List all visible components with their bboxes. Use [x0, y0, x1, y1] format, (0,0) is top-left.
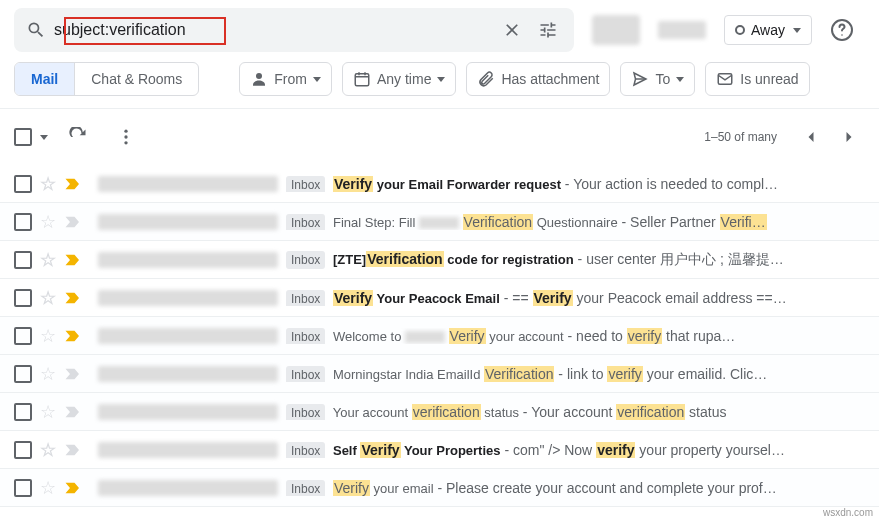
- sender-name: [98, 252, 278, 268]
- star-icon[interactable]: ☆: [40, 211, 56, 233]
- importance-marker[interactable]: [64, 367, 82, 381]
- email-row[interactable]: ☆Inbox Verify your email - Please create…: [0, 469, 879, 507]
- search-bar[interactable]: [14, 8, 574, 52]
- subject-line: Inbox Self Verify Your Properties - com"…: [286, 442, 865, 458]
- row-checkbox[interactable]: [14, 327, 32, 345]
- inbox-label: Inbox: [286, 404, 325, 420]
- svg-point-5: [124, 130, 127, 133]
- svg-rect-3: [355, 74, 369, 86]
- star-icon[interactable]: ☆: [40, 401, 56, 423]
- row-checkbox[interactable]: [14, 403, 32, 421]
- sender-name: [98, 214, 278, 230]
- tune-icon: [538, 20, 558, 40]
- row-checkbox[interactable]: [14, 213, 32, 231]
- svg-point-7: [124, 141, 127, 144]
- row-checkbox[interactable]: [14, 175, 32, 193]
- importance-marker[interactable]: [64, 291, 82, 305]
- filter-attachment[interactable]: Has attachment: [466, 62, 610, 96]
- star-icon[interactable]: ☆: [40, 173, 56, 195]
- email-row[interactable]: ☆Inbox Verify Your Peacock Email - == Ve…: [0, 279, 879, 317]
- star-icon[interactable]: ☆: [40, 477, 56, 499]
- send-icon: [631, 70, 649, 88]
- email-row[interactable]: ☆Inbox Verify your Email Forwarder reque…: [0, 165, 879, 203]
- row-checkbox[interactable]: [14, 251, 32, 269]
- filter-from[interactable]: From: [239, 62, 332, 96]
- more-button[interactable]: [108, 119, 144, 155]
- importance-marker[interactable]: [64, 405, 82, 419]
- filter-anytime[interactable]: Any time: [342, 62, 456, 96]
- chevron-down-icon: [313, 77, 321, 82]
- refresh-button[interactable]: [60, 119, 96, 155]
- mail-icon: [716, 70, 734, 88]
- filter-to[interactable]: To: [620, 62, 695, 96]
- search-icon: [26, 20, 46, 40]
- tab-chat-rooms[interactable]: Chat & Rooms: [75, 63, 198, 95]
- svg-point-6: [124, 135, 127, 138]
- pagination-text: 1–50 of many: [704, 130, 777, 144]
- account-name: [658, 21, 706, 39]
- prev-page-button[interactable]: [795, 121, 827, 153]
- person-icon: [250, 70, 268, 88]
- inbox-label: Inbox: [286, 214, 325, 230]
- inbox-label: Inbox: [286, 442, 325, 458]
- close-icon: [502, 20, 522, 40]
- inbox-label: Inbox: [286, 366, 325, 382]
- search-input[interactable]: [54, 21, 494, 39]
- star-icon[interactable]: ☆: [40, 439, 56, 461]
- subject-line: Inbox [ZTE]Verification code for registr…: [286, 251, 865, 269]
- subject-line: Inbox Verify Your Peacock Email - == Ver…: [286, 290, 865, 306]
- scope-tabs: Mail Chat & Rooms: [14, 62, 199, 96]
- row-checkbox[interactable]: [14, 365, 32, 383]
- select-all-checkbox[interactable]: [14, 128, 32, 146]
- more-vert-icon: [116, 127, 136, 147]
- importance-marker[interactable]: [64, 443, 82, 457]
- refresh-icon: [68, 127, 88, 147]
- star-icon[interactable]: ☆: [40, 363, 56, 385]
- email-row[interactable]: ☆Inbox Your account verification status …: [0, 393, 879, 431]
- importance-marker[interactable]: [64, 215, 82, 229]
- email-row[interactable]: ☆Inbox Welcome to Verify your account - …: [0, 317, 879, 355]
- inbox-label: Inbox: [286, 176, 325, 192]
- email-row[interactable]: ☆Inbox Final Step: Fill Verification Que…: [0, 203, 879, 241]
- help-button[interactable]: [830, 18, 854, 42]
- sender-name: [98, 442, 278, 458]
- select-dropdown[interactable]: [40, 135, 48, 140]
- chevron-left-icon: [801, 127, 821, 147]
- sender-name: [98, 290, 278, 306]
- avatar: [592, 15, 640, 45]
- row-checkbox[interactable]: [14, 441, 32, 459]
- status-away-icon: [735, 25, 745, 35]
- next-page-button[interactable]: [833, 121, 865, 153]
- importance-marker[interactable]: [64, 481, 82, 495]
- email-row[interactable]: ☆Inbox Morningstar India EmailId Verific…: [0, 355, 879, 393]
- inbox-label: Inbox: [286, 290, 325, 306]
- subject-line: Inbox Morningstar India EmailId Verifica…: [286, 366, 865, 382]
- sender-name: [98, 480, 278, 496]
- calendar-icon: [353, 70, 371, 88]
- chevron-down-icon: [793, 28, 801, 33]
- email-list: ☆Inbox Verify your Email Forwarder reque…: [0, 165, 879, 507]
- email-row[interactable]: ☆Inbox [ZTE]Verification code for regist…: [0, 241, 879, 279]
- chevron-right-icon: [839, 127, 859, 147]
- chevron-down-icon: [437, 77, 445, 82]
- search-options-button[interactable]: [530, 12, 566, 48]
- importance-marker[interactable]: [64, 177, 82, 191]
- star-icon[interactable]: ☆: [40, 325, 56, 347]
- filter-unread[interactable]: Is unread: [705, 62, 809, 96]
- sender-name: [98, 366, 278, 382]
- subject-line: Inbox Welcome to Verify your account - n…: [286, 328, 865, 344]
- tab-mail[interactable]: Mail: [15, 63, 75, 95]
- importance-marker[interactable]: [64, 253, 82, 267]
- star-icon[interactable]: ☆: [40, 287, 56, 309]
- row-checkbox[interactable]: [14, 479, 32, 497]
- status-button[interactable]: Away: [724, 15, 812, 45]
- subject-line: Inbox Your account verification status -…: [286, 404, 865, 420]
- inbox-label: Inbox: [286, 328, 325, 344]
- attachment-icon: [477, 70, 495, 88]
- row-checkbox[interactable]: [14, 289, 32, 307]
- clear-search-button[interactable]: [494, 12, 530, 48]
- svg-point-2: [256, 73, 262, 79]
- star-icon[interactable]: ☆: [40, 249, 56, 271]
- email-row[interactable]: ☆Inbox Self Verify Your Properties - com…: [0, 431, 879, 469]
- importance-marker[interactable]: [64, 329, 82, 343]
